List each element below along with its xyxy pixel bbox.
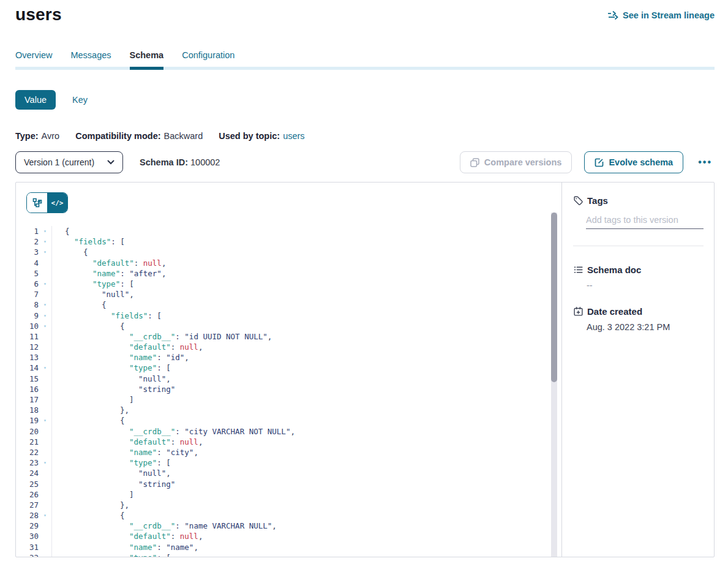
tab-messages[interactable]: Messages	[70, 50, 111, 70]
code-line: 4"default": null,	[16, 258, 561, 268]
editor-scrollbar-thumb[interactable]	[551, 213, 557, 382]
fold-arrow-icon[interactable]: ▾	[39, 226, 51, 236]
tab-configuration[interactable]: Configuration	[182, 50, 235, 70]
calendar-plus-icon	[573, 306, 584, 317]
code-view-button[interactable]: </>	[47, 193, 67, 213]
fold-arrow-icon[interactable]: ▾	[39, 299, 51, 310]
fold-spacer	[39, 374, 51, 384]
fold-spacer	[39, 437, 51, 447]
code-text: {	[51, 415, 561, 426]
code-text: {	[51, 247, 561, 257]
code-text: "string"	[51, 384, 561, 394]
tree-view-button[interactable]	[27, 193, 47, 213]
fold-spacer	[39, 342, 51, 352]
line-number: 8	[16, 299, 39, 310]
editor-scrollbar[interactable]	[551, 213, 557, 557]
code-text: {	[51, 321, 561, 331]
code-text: "type": [	[51, 363, 561, 373]
code-line: 17]	[16, 394, 561, 405]
code-line: 3▾{	[16, 247, 561, 257]
line-number: 16	[16, 384, 39, 394]
line-number: 30	[16, 531, 39, 541]
fold-arrow-icon[interactable]: ▾	[39, 457, 51, 468]
more-options-button[interactable]: •••	[696, 157, 715, 168]
code-line: 20"__crdb__": "city VARCHAR NOT NULL",	[16, 426, 561, 437]
fold-arrow-icon[interactable]: ▾	[39, 510, 51, 521]
fold-spacer	[39, 352, 51, 363]
stream-lineage-icon	[607, 10, 618, 20]
fold-arrow-icon[interactable]: ▾	[39, 552, 51, 557]
schema-panel: </> 1▾{2▾"fields": [3▾{4"default": null,…	[15, 182, 715, 557]
version-toolbar: Version 1 (current) Schema ID: 100002 Co…	[15, 151, 715, 173]
evolve-schema-button[interactable]: Evolve schema	[584, 151, 683, 173]
key-toggle-link[interactable]: Key	[72, 95, 88, 105]
doc-list-icon	[573, 265, 584, 275]
tag-icon	[573, 195, 584, 206]
code-line: 16"string"	[16, 384, 561, 394]
code-text: "__crdb__": "name VARCHAR NULL",	[51, 521, 561, 531]
code-text: "default": null,	[51, 342, 561, 352]
code-line: 23▾"type": [	[16, 457, 561, 468]
fold-spacer	[39, 479, 51, 489]
value-toggle-button[interactable]: Value	[15, 90, 56, 110]
fold-spacer	[39, 531, 51, 541]
code-text: "default": null,	[51, 531, 561, 541]
code-line: 2▾"fields": [	[16, 236, 561, 247]
toolbar-actions: Compare versions Evolve schema •••	[460, 151, 715, 173]
fold-arrow-icon[interactable]: ▾	[39, 415, 51, 426]
fold-spacer	[39, 447, 51, 457]
fold-arrow-icon[interactable]: ▾	[39, 321, 51, 331]
schema-code-pane: </> 1▾{2▾"fields": [3▾{4"default": null,…	[16, 183, 561, 557]
code-text: },	[51, 405, 561, 415]
line-number: 7	[16, 289, 39, 299]
line-number: 32	[16, 552, 39, 557]
code-line: 19▾{	[16, 415, 561, 426]
topic-link[interactable]: users	[283, 131, 304, 141]
fold-spacer	[39, 500, 51, 510]
code-line: 9▾"fields": [	[16, 311, 561, 321]
schema-doc-value: --	[587, 280, 704, 290]
add-tags-input[interactable]	[586, 215, 704, 229]
line-number: 11	[16, 331, 39, 342]
code-text: "name": "city",	[51, 447, 561, 457]
line-number: 5	[16, 268, 39, 279]
line-number: 29	[16, 521, 39, 531]
code-text: "__crdb__": "city VARCHAR NOT NULL",	[51, 426, 561, 437]
version-select[interactable]: Version 1 (current)	[15, 151, 123, 173]
code-line: 25"string"	[16, 479, 561, 489]
line-number: 10	[16, 321, 39, 331]
schema-meta-row: Type:Avro Compatibility mode:Backward Us…	[15, 131, 715, 141]
line-number: 26	[16, 489, 39, 500]
line-number: 6	[16, 279, 39, 289]
code-line: 13"name": "id",	[16, 352, 561, 363]
fold-arrow-icon[interactable]: ▾	[39, 236, 51, 247]
tab-overview[interactable]: Overview	[15, 50, 52, 70]
code-text: "null",	[51, 468, 561, 478]
line-number: 21	[16, 437, 39, 447]
code-text: {	[51, 510, 561, 521]
code-line: 14▾"type": [	[16, 363, 561, 373]
line-number: 25	[16, 479, 39, 489]
schema-doc-title: Schema doc	[587, 265, 641, 275]
fold-arrow-icon[interactable]: ▾	[39, 247, 51, 257]
code-line: 22"name": "city",	[16, 447, 561, 457]
fold-arrow-icon[interactable]: ▾	[39, 363, 51, 373]
date-created-value: Aug. 3 2022 3:21 PM	[587, 322, 704, 332]
code-text: "null",	[51, 374, 561, 384]
date-created-title: Date created	[587, 306, 642, 317]
stream-lineage-link[interactable]: See in Stream lineage	[607, 10, 715, 20]
code-line: 15"null",	[16, 374, 561, 384]
compare-versions-button[interactable]: Compare versions	[460, 151, 572, 173]
code-text: "__crdb__": "id UUID NOT NULL",	[51, 331, 561, 342]
code-line: 5"name": "after",	[16, 268, 561, 279]
serde-toggle: Value Key	[15, 90, 715, 110]
code-line: 30"default": null,	[16, 531, 561, 541]
line-number: 24	[16, 468, 39, 478]
code-line: 12"default": null,	[16, 342, 561, 352]
code-text: "type": [	[51, 457, 561, 468]
tab-schema[interactable]: Schema	[130, 50, 164, 70]
fold-arrow-icon[interactable]: ▾	[39, 311, 51, 321]
tags-section: Tags	[573, 195, 704, 229]
edit-icon	[595, 158, 604, 167]
fold-arrow-icon[interactable]: ▾	[39, 279, 51, 289]
